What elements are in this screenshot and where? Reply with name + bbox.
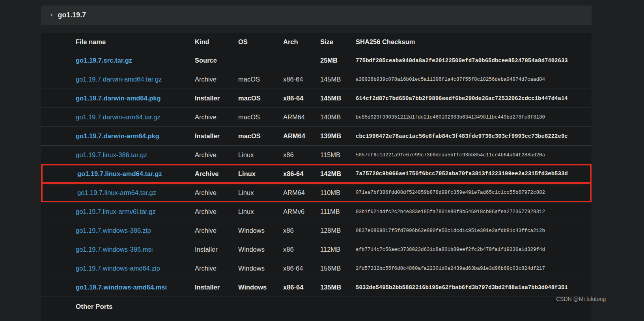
column-header-sha256: SHA256 Checksum — [356, 33, 592, 51]
sha256-cell: afb7714c7c56aec3738023d631c8a801b89eef2f… — [356, 240, 592, 259]
download-table-body: go1.19.7.src.tar.gzSource25MB775bdf285ce… — [41, 51, 592, 297]
file-name-cell: go1.19.7.linux-386.tar.gz — [41, 145, 195, 164]
arch-cell: ARM64 — [283, 108, 320, 126]
download-link[interactable]: go1.19.7.windows-386.zip — [76, 227, 151, 234]
kind-cell: Archive — [195, 164, 238, 183]
table-row: go1.19.7.windows-386.zipArchiveWindowsx8… — [41, 221, 592, 240]
os-cell: Linux — [238, 164, 283, 183]
release-title: go1.19.7 — [58, 11, 86, 19]
size-cell: 112MB — [320, 240, 356, 259]
other-ports-row: Other Ports — [41, 297, 592, 321]
size-cell: 139MB — [320, 126, 356, 145]
os-cell: Windows — [238, 278, 283, 297]
download-link[interactable]: go1.19.7.darwin-amd64.pkg — [76, 95, 161, 102]
table-row: go1.19.7.windows-amd64.msiInstallerWindo… — [41, 278, 592, 297]
sha256-cell: 0837e0869817f5fd7096b62e890fe50c1dcd1c95… — [356, 221, 592, 240]
file-name-cell: go1.19.7.linux-arm64.tar.gz — [41, 183, 195, 202]
kind-cell: Archive — [195, 221, 238, 240]
sha256-cell: 775bdf285ceaba940da8a2fe20122500efd7a0b6… — [356, 51, 592, 70]
os-cell: macOS — [238, 126, 283, 145]
download-link[interactable]: go1.19.7.windows-amd64.zip — [76, 265, 160, 272]
download-link[interactable]: go1.19.7.src.tar.gz — [76, 57, 132, 64]
table-row: go1.19.7.linux-386.tar.gzArchiveLinuxx86… — [41, 145, 592, 164]
os-cell: macOS — [238, 108, 283, 126]
table-row: go1.19.7.darwin-amd64.pkgInstallermacOSx… — [41, 89, 592, 108]
kind-cell: Installer — [195, 278, 238, 297]
size-cell: 111MB — [320, 202, 356, 221]
column-header-size: Size — [320, 33, 356, 51]
size-cell: 128MB — [320, 221, 356, 240]
download-section: ▾ go1.19.7 File name Kind OS Arch Size S… — [41, 6, 592, 321]
kind-cell: Installer — [195, 89, 238, 108]
sha256-cell: cbc1996472e78aac1ac56e8fab84c3f483fde973… — [356, 126, 592, 145]
table-row: go1.19.7.linux-arm64.tar.gzArchiveLinuxA… — [41, 183, 592, 202]
file-name-cell: go1.19.7.darwin-arm64.pkg — [41, 126, 195, 145]
kind-cell: Archive — [195, 183, 238, 202]
os-cell: Linux — [238, 202, 283, 221]
arch-cell: x86-64 — [283, 89, 320, 108]
os-cell: macOS — [238, 89, 283, 108]
sha256-cell: 614cf2d87c7bd650a7bb2f9896eedf6be290de26… — [356, 89, 592, 108]
download-link[interactable]: go1.19.7.linux-armv6l.tar.gz — [76, 208, 156, 215]
download-link[interactable]: go1.19.7.linux-amd64.tar.gz — [77, 170, 162, 177]
other-ports-label: Other Ports — [41, 297, 592, 321]
table-row: go1.19.7.darwin-amd64.tar.gzArchivemacOS… — [41, 70, 592, 89]
download-link[interactable]: go1.19.7.windows-amd64.msi — [76, 284, 167, 291]
download-link[interactable]: go1.19.7.darwin-arm64.tar.gz — [76, 113, 161, 121]
sha256-cell: 071ea7bf386fdd08df524859b878d99fc359e491… — [356, 183, 592, 202]
kind-cell: Archive — [195, 108, 238, 126]
size-cell: 156MB — [320, 259, 356, 278]
table-row: go1.19.7.linux-armv6l.tar.gzArchiveLinux… — [41, 202, 592, 221]
file-name-cell: go1.19.7.darwin-arm64.tar.gz — [41, 108, 195, 126]
size-cell: 145MB — [320, 89, 356, 108]
kind-cell: Archive — [195, 70, 238, 89]
column-header-os: OS — [238, 33, 283, 51]
os-cell: macOS — [238, 70, 283, 89]
file-name-cell: go1.19.7.windows-386.zip — [41, 221, 195, 240]
release-toggle[interactable]: ▾ go1.19.7 — [41, 6, 592, 25]
download-link[interactable]: go1.19.7.linux-386.tar.gz — [76, 151, 147, 158]
kind-cell: Archive — [195, 145, 238, 164]
os-cell: Windows — [238, 240, 283, 259]
arch-cell: ARM64 — [283, 183, 320, 202]
arch-cell: x86-64 — [283, 259, 320, 278]
arch-cell: ARM64 — [283, 126, 320, 145]
table-row: go1.19.7.darwin-arm64.pkgInstallermacOSA… — [41, 126, 592, 145]
kind-cell: Source — [195, 51, 238, 70]
file-name-cell: go1.19.7.darwin-amd64.pkg — [41, 89, 195, 108]
arch-cell: ARMv6 — [283, 202, 320, 221]
sha256-cell: a38938b939c078a16b01ec5a11396f1a4c87f55f… — [356, 70, 592, 89]
sha256-cell: 2fd57332bc55f6d8c4860afa22301d0a2439ad63… — [356, 259, 592, 278]
arch-cell — [283, 51, 320, 70]
table-row: go1.19.7.darwin-arm64.tar.gzArchivemacOS… — [41, 108, 592, 126]
download-link[interactable]: go1.19.7.darwin-amd64.tar.gz — [76, 76, 162, 83]
download-link[interactable]: go1.19.7.darwin-arm64.pkg — [76, 132, 159, 139]
csdn-watermark: CSDN @Mr.lulutong — [556, 296, 606, 302]
arch-cell: x86-64 — [283, 278, 320, 297]
download-link[interactable]: go1.19.7.linux-arm64.tar.gz — [77, 189, 156, 196]
download-table: File name Kind OS Arch Size SHA256 Check… — [41, 33, 592, 321]
file-name-cell: go1.19.7.windows-amd64.zip — [41, 259, 195, 278]
size-cell: 25MB — [320, 51, 356, 70]
sha256-cell: be85d929f390351212d1fde21c460102983b6341… — [356, 108, 592, 126]
file-name-cell: go1.19.7.linux-armv6l.tar.gz — [41, 202, 195, 221]
caret-down-icon: ▾ — [50, 13, 53, 17]
os-cell — [238, 51, 283, 70]
arch-cell: x86 — [283, 221, 320, 240]
kind-cell: Installer — [195, 240, 238, 259]
arch-cell: x86-64 — [283, 70, 320, 89]
sha256-cell: 5032de5495b2bb5882216b195e62fbab6fd3b797… — [356, 278, 592, 297]
sha256-cell: 93b1f621ddfc2c2b4e383e185fa7801e80f8b546… — [356, 202, 592, 221]
download-link[interactable]: go1.19.7.windows-386.msi — [76, 246, 153, 253]
arch-cell: x86 — [283, 240, 320, 259]
os-cell: Windows — [238, 259, 283, 278]
table-row: go1.19.7.windows-386.msiInstallerWindows… — [41, 240, 592, 259]
file-name-cell: go1.19.7.linux-amd64.tar.gz — [41, 164, 195, 183]
size-cell: 115MB — [320, 145, 356, 164]
kind-cell: Archive — [195, 202, 238, 221]
kind-cell: Installer — [195, 126, 238, 145]
size-cell: 135MB — [320, 278, 356, 297]
size-cell: 142MB — [320, 164, 356, 183]
size-cell: 145MB — [320, 70, 356, 89]
download-table-footer: Other Ports — [41, 297, 592, 321]
